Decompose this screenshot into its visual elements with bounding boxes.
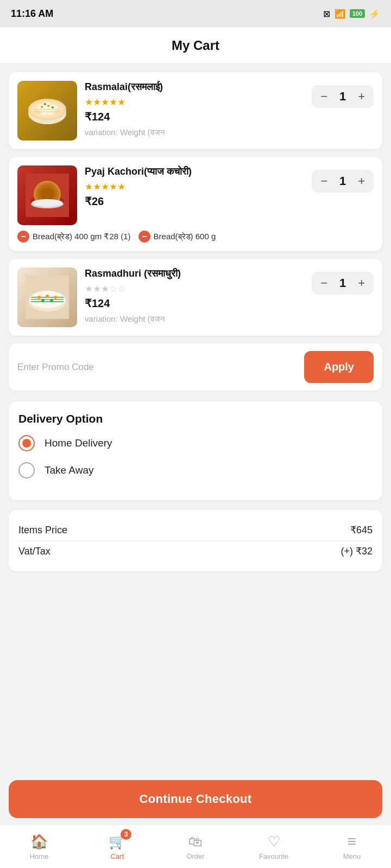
addon-label-1: Bread(ब्रेड) 400 gm ₹28 (1) — [33, 232, 131, 241]
price-summary: Items Price ₹645 Vat/Tax (+) ₹32 — [9, 510, 382, 571]
quantity-control-kachori: − 1 + — [312, 170, 374, 193]
delivery-label-home: Home Delivery — [45, 437, 112, 449]
page-title: My Cart — [172, 38, 219, 53]
checkout-button[interactable]: Continue Checkout — [9, 780, 382, 818]
item-name-rasmalai: Rasmalai(रसमलाई) — [85, 81, 312, 93]
item-stars-kachori: ★★★★★ — [85, 181, 312, 193]
item-image-rasmadhuri — [17, 267, 77, 327]
delivery-title: Delivery Option — [18, 412, 373, 425]
item-price-kachori: ₹26 — [85, 195, 312, 208]
nav-label-home: Home — [30, 852, 49, 860]
svg-point-13 — [44, 103, 46, 105]
qty-increase-kachori[interactable]: + — [358, 175, 365, 187]
items-price-value: ₹645 — [350, 524, 373, 536]
item-variation-rasmalai: variation: Weight (वजन — [85, 127, 312, 137]
items-price-row: Items Price ₹645 — [18, 520, 373, 541]
quantity-control-rasmalai: − 1 + — [312, 85, 374, 108]
delivery-label-takeaway: Take Away — [45, 464, 93, 476]
item-variation-rasmadhuri: variation: Weight (वजन — [85, 314, 312, 324]
favourite-icon: ♡ — [268, 833, 280, 850]
nav-item-menu[interactable]: ≡ Menu — [313, 833, 391, 860]
svg-point-28 — [46, 295, 49, 298]
svg-point-10 — [41, 106, 43, 108]
vat-tax-label: Vat/Tax — [18, 546, 51, 557]
status-icons: ⊠ 📶 100 ⚡ — [323, 9, 380, 19]
vat-tax-value: (+) ₹32 — [340, 545, 373, 557]
svg-point-7 — [47, 109, 54, 116]
delivery-option-takeaway[interactable]: Take Away — [18, 462, 373, 478]
nav-item-favourite[interactable]: ♡ Favourite — [235, 833, 313, 860]
qty-decrease-kachori[interactable]: − — [320, 175, 327, 187]
cart-item-rasmadhuri: Rasmadhuri (रसमाधुरी) ★★★☆☆ ₹124 variati… — [9, 259, 382, 336]
addon-remove-1[interactable]: − — [17, 231, 29, 242]
item-stars-rasmalai: ★★★★★ — [85, 97, 312, 108]
item-name-rasmadhuri: Rasmadhuri (रसमाधुरी) — [85, 267, 312, 280]
bottom-nav: 🏠 Home 🛒 3 Cart 🛍 Order ♡ Favourite ≡ Me… — [0, 825, 391, 868]
cart-icon-wrapper: 🛒 3 — [109, 833, 126, 850]
promo-input[interactable] — [17, 362, 298, 373]
svg-point-12 — [52, 106, 54, 108]
qty-decrease-rasmalai[interactable]: − — [320, 91, 327, 103]
menu-icon: ≡ — [348, 833, 356, 850]
radio-home[interactable] — [18, 435, 35, 451]
charging-icon: ⚡ — [369, 9, 380, 19]
svg-point-30 — [41, 299, 45, 302]
svg-point-11 — [47, 105, 49, 107]
nav-label-favourite: Favourite — [259, 852, 288, 860]
nav-label-order: Order — [186, 852, 204, 860]
svg-point-6 — [41, 109, 47, 116]
nav-item-cart[interactable]: 🛒 3 Cart — [78, 833, 156, 860]
screen-icon: ⊠ — [323, 9, 330, 19]
item-name-kachori: Pyaj Kachori(प्याज कचोरी) — [85, 165, 312, 178]
cart-badge: 3 — [121, 829, 131, 840]
qty-increase-rasmalai[interactable]: + — [358, 91, 365, 103]
qty-value-kachori: 1 — [337, 174, 348, 188]
apply-button[interactable]: Apply — [304, 351, 374, 383]
svg-point-20 — [32, 199, 62, 207]
wifi-icon: 📶 — [335, 9, 345, 19]
svg-point-27 — [37, 296, 41, 299]
quantity-control-rasmadhuri: − 1 + — [312, 272, 374, 295]
status-time: 11:16 AM — [11, 8, 53, 20]
nav-label-cart: Cart — [111, 852, 124, 860]
battery-indicator: 100 — [350, 9, 365, 18]
addon-item-1: − Bread(ब्रेड) 400 gm ₹28 (1) — [17, 231, 131, 242]
nav-label-menu: Menu — [343, 852, 361, 860]
page-header: My Cart — [0, 27, 391, 63]
addon-label-2: Bread(ब्रेड) 600 g — [154, 232, 216, 241]
items-price-label: Items Price — [18, 525, 67, 536]
item-price-rasmadhuri: ₹124 — [85, 297, 312, 310]
vat-tax-row: Vat/Tax (+) ₹32 — [18, 541, 373, 561]
svg-point-31 — [50, 299, 53, 302]
radio-takeaway[interactable] — [18, 462, 35, 478]
qty-increase-rasmadhuri[interactable]: + — [358, 277, 365, 289]
qty-value-rasmadhuri: 1 — [337, 276, 348, 290]
nav-item-order[interactable]: 🛍 Order — [156, 833, 235, 860]
item-image-kachori — [17, 165, 77, 225]
delivery-section: Delivery Option Home Delivery Take Away — [9, 401, 382, 500]
item-price-rasmalai: ₹124 — [85, 110, 312, 123]
item-image-rasmalai — [17, 81, 77, 141]
item-details-kachori: Pyaj Kachori(प्याज कचोरी) ★★★★★ ₹26 — [85, 165, 312, 212]
addon-row-kachori: − Bread(ब्रेड) 400 gm ₹28 (1) − Bread(ब्… — [17, 231, 374, 242]
promo-section: Apply — [9, 343, 382, 391]
status-bar: 11:16 AM ⊠ 📶 100 ⚡ — [0, 0, 391, 27]
addon-item-2: − Bread(ब्रेड) 600 g — [138, 231, 216, 242]
cart-item-kachori: Pyaj Kachori(प्याज कचोरी) ★★★★★ ₹26 − 1 … — [9, 157, 382, 251]
item-details-rasmalai: Rasmalai(रसमलाई) ★★★★★ ₹124 variation: W… — [85, 81, 312, 137]
home-icon: 🏠 — [30, 833, 48, 850]
order-icon: 🛍 — [188, 833, 203, 850]
radio-home-inner — [22, 439, 31, 448]
checkout-bar: Continue Checkout — [0, 774, 391, 825]
cart-item-rasmalai: Rasmalai(रसमलाई) ★★★★★ ₹124 variation: W… — [9, 72, 382, 149]
addon-remove-2[interactable]: − — [138, 231, 150, 242]
main-content: Rasmalai(रसमलाई) ★★★★★ ₹124 variation: W… — [0, 63, 391, 690]
delivery-option-home[interactable]: Home Delivery — [18, 435, 373, 451]
item-stars-rasmadhuri: ★★★☆☆ — [85, 283, 312, 295]
item-details-rasmadhuri: Rasmadhuri (रसमाधुरी) ★★★☆☆ ₹124 variati… — [85, 267, 312, 324]
qty-decrease-rasmadhuri[interactable]: − — [320, 277, 327, 289]
svg-point-29 — [54, 296, 57, 299]
nav-item-home[interactable]: 🏠 Home — [0, 833, 78, 860]
qty-value-rasmalai: 1 — [337, 90, 348, 104]
